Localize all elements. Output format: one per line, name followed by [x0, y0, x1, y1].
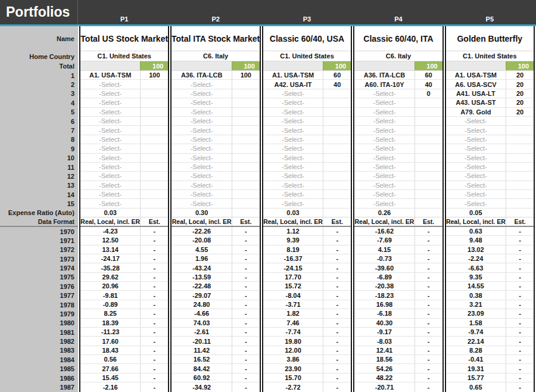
asset-weight-cell[interactable] — [506, 126, 534, 134]
asset-weight-cell[interactable] — [415, 172, 442, 180]
asset-select-cell[interactable]: A6. USA-SCV — [446, 80, 506, 88]
asset-weight-cell[interactable]: 20 — [506, 80, 534, 88]
asset-weight-cell[interactable]: 60 — [323, 71, 351, 79]
asset-weight-cell[interactable] — [232, 144, 260, 153]
asset-weight-cell[interactable] — [415, 117, 442, 125]
asset-select-cell[interactable]: -Select- — [446, 163, 506, 171]
asset-weight-cell[interactable] — [140, 172, 168, 180]
asset-select-cell[interactable]: -Select- — [354, 108, 414, 116]
asset-select-cell[interactable]: A43. USA-ST — [446, 98, 506, 107]
asset-weight-cell[interactable] — [232, 181, 260, 189]
asset-weight-cell[interactable] — [506, 135, 534, 144]
asset-weight-cell[interactable] — [140, 181, 168, 189]
asset-weight-cell[interactable] — [140, 199, 168, 207]
asset-weight-cell[interactable] — [323, 199, 351, 207]
asset-weight-cell[interactable] — [323, 163, 351, 171]
asset-select-cell[interactable]: -Select- — [446, 144, 506, 153]
asset-select-cell[interactable]: A79. Gold — [446, 108, 506, 116]
asset-weight-cell[interactable] — [140, 98, 168, 107]
portfolio-name-cell[interactable]: Total ITA Stock Market — [172, 26, 259, 51]
asset-weight-cell[interactable] — [415, 154, 442, 162]
asset-weight-cell[interactable] — [506, 117, 534, 125]
asset-select-cell[interactable]: -Select- — [172, 144, 231, 153]
asset-select-cell[interactable]: -Select- — [263, 154, 323, 162]
asset-select-cell[interactable]: -Select- — [80, 135, 140, 144]
asset-select-cell[interactable]: -Select- — [172, 190, 231, 198]
data-format-cell[interactable]: Real, Local, incl. ER — [446, 217, 506, 226]
asset-select-cell[interactable]: -Select- — [172, 181, 231, 189]
asset-select-cell[interactable]: -Select- — [172, 98, 231, 107]
asset-select-cell[interactable]: -Select- — [446, 190, 506, 198]
portfolio-name-cell[interactable]: Golden Butterfly — [446, 26, 534, 51]
asset-weight-cell[interactable] — [323, 144, 351, 153]
portfolio-name-cell[interactable]: Total US Stock Market — [80, 26, 168, 51]
asset-weight-cell[interactable] — [232, 126, 260, 134]
asset-weight-cell[interactable] — [323, 98, 351, 107]
asset-select-cell[interactable]: -Select- — [446, 172, 506, 180]
asset-select-cell[interactable]: -Select- — [354, 126, 414, 134]
asset-select-cell[interactable]: -Select- — [80, 190, 140, 198]
asset-select-cell[interactable]: -Select- — [354, 154, 414, 162]
asset-select-cell[interactable]: -Select- — [172, 108, 231, 116]
asset-weight-cell[interactable]: 60 — [415, 71, 442, 79]
asset-select-cell[interactable]: -Select- — [80, 117, 140, 125]
asset-select-cell[interactable]: -Select- — [446, 126, 506, 134]
data-format-cell[interactable]: Real, Local, incl. ER — [172, 217, 231, 226]
asset-weight-cell[interactable]: 20 — [506, 98, 534, 107]
asset-select-cell[interactable]: -Select- — [354, 117, 414, 125]
asset-weight-cell[interactable] — [232, 117, 260, 125]
asset-select-cell[interactable]: -Select- — [354, 172, 414, 180]
asset-select-cell[interactable]: -Select- — [80, 89, 140, 98]
asset-weight-cell[interactable] — [232, 163, 260, 171]
asset-select-cell[interactable]: -Select- — [354, 135, 414, 144]
asset-select-cell[interactable]: -Select- — [80, 108, 140, 116]
asset-select-cell[interactable]: -Select- — [172, 89, 231, 98]
asset-weight-cell[interactable] — [140, 80, 168, 88]
asset-select-cell[interactable]: -Select- — [446, 154, 506, 162]
asset-weight-cell[interactable]: 0 — [415, 89, 442, 98]
asset-select-cell[interactable]: A36. ITA-LCB — [354, 71, 414, 79]
asset-weight-cell[interactable]: 20 — [506, 108, 534, 116]
asset-select-cell[interactable]: A1. USA-TSM — [446, 71, 506, 79]
asset-weight-cell[interactable] — [323, 154, 351, 162]
asset-weight-cell[interactable] — [506, 172, 534, 180]
asset-weight-cell[interactable] — [140, 144, 168, 153]
asset-weight-cell[interactable] — [232, 190, 260, 198]
asset-weight-cell[interactable] — [415, 126, 442, 134]
asset-weight-cell[interactable] — [140, 126, 168, 134]
asset-select-cell[interactable]: -Select- — [172, 126, 231, 134]
data-format-cell[interactable]: Real, Local, incl. ER — [263, 217, 323, 226]
asset-weight-cell[interactable] — [415, 135, 442, 144]
asset-select-cell[interactable]: -Select- — [263, 135, 323, 144]
asset-weight-cell[interactable]: 100 — [140, 71, 168, 79]
home-country-cell[interactable]: C1. United States — [80, 51, 168, 61]
asset-select-cell[interactable]: -Select- — [263, 190, 323, 198]
asset-select-cell[interactable]: -Select- — [172, 154, 231, 162]
portfolio-name-cell[interactable]: Classic 60/40, ITA — [354, 26, 442, 51]
asset-weight-cell[interactable]: 100 — [232, 71, 260, 79]
asset-select-cell[interactable]: A42. USA-IT — [263, 80, 323, 88]
asset-select-cell[interactable]: -Select- — [263, 108, 323, 116]
asset-select-cell[interactable]: -Select- — [263, 181, 323, 189]
asset-select-cell[interactable]: A1. USA-TSM — [263, 71, 323, 79]
asset-weight-cell[interactable] — [415, 108, 442, 116]
home-country-cell[interactable]: C6. Italy — [354, 51, 442, 61]
asset-weight-cell[interactable]: 20 — [506, 89, 534, 98]
asset-weight-cell[interactable] — [323, 135, 351, 144]
asset-weight-cell[interactable] — [140, 190, 168, 198]
asset-select-cell[interactable]: -Select- — [446, 181, 506, 189]
asset-weight-cell[interactable] — [506, 154, 534, 162]
asset-weight-cell[interactable] — [232, 80, 260, 88]
asset-weight-cell[interactable] — [415, 144, 442, 153]
asset-select-cell[interactable]: -Select- — [263, 172, 323, 180]
asset-select-cell[interactable]: -Select- — [263, 98, 323, 107]
asset-select-cell[interactable]: -Select- — [354, 98, 414, 107]
data-format-cell[interactable]: Real, Local, incl. ER — [80, 217, 140, 226]
asset-select-cell[interactable]: -Select- — [354, 163, 414, 171]
asset-weight-cell[interactable] — [232, 154, 260, 162]
asset-select-cell[interactable]: -Select- — [263, 126, 323, 134]
asset-weight-cell[interactable] — [140, 154, 168, 162]
asset-select-cell[interactable]: -Select- — [172, 135, 231, 144]
asset-select-cell[interactable]: -Select- — [172, 80, 231, 88]
asset-select-cell[interactable]: A1. USA-TSM — [80, 71, 140, 79]
